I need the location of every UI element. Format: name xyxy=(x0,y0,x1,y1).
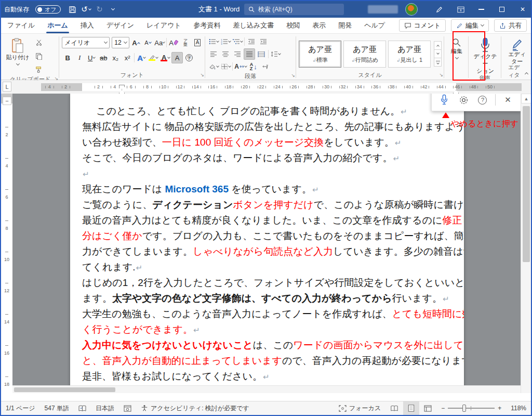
style-no-spacing[interactable]: あア亜 ↲行間詰め xyxy=(343,41,386,68)
web-layout-button[interactable] xyxy=(419,401,436,415)
doc-line[interactable]: 無料広告サイトに 物品の格安販売の広告を出したところ、先の記事にもありますように… xyxy=(82,119,456,135)
underline-button[interactable]: U xyxy=(86,52,97,63)
subscript-button[interactable]: x₂ xyxy=(110,52,121,63)
character-shading-button[interactable]: A xyxy=(171,52,183,63)
focus-mode-button[interactable]: フォーカス xyxy=(334,401,385,415)
zoom-slider-thumb[interactable] xyxy=(462,405,466,412)
tab-9[interactable]: 開発 xyxy=(332,18,358,33)
editing-mode-button[interactable]: 編集 xyxy=(451,19,489,32)
doc-line[interactable]: 現在このワードは Microsoft 365 を使っています。↵ xyxy=(82,181,456,197)
strikethrough-button[interactable]: ab xyxy=(98,52,109,63)
print-layout-button[interactable] xyxy=(403,401,419,415)
read-mode-button[interactable] xyxy=(385,401,403,415)
borders-button[interactable] xyxy=(220,61,231,72)
tab-0[interactable]: ファイル xyxy=(1,18,41,33)
tab-6[interactable]: 差し込み文書 xyxy=(227,18,281,33)
macro-recording-button[interactable] xyxy=(119,401,136,415)
doc-line[interactable]: と、音声入力が自動的に止まってしまいますので、音声入力の再起動が必要になります。… xyxy=(82,353,456,369)
tab-8[interactable]: 表示 xyxy=(306,18,332,33)
dictation-mic-button[interactable] xyxy=(437,94,451,107)
zoom-slider[interactable] xyxy=(448,408,495,409)
style-gallery-down-button[interactable] xyxy=(434,49,442,58)
ruler-minus-box[interactable]: − xyxy=(3,97,11,105)
horizontal-scroll-thumb[interactable] xyxy=(14,387,115,392)
word-count[interactable]: 547 単語 xyxy=(40,401,74,415)
autosave-toggle[interactable]: オフ xyxy=(35,5,61,14)
font-size-combo[interactable]: 12 xyxy=(112,37,129,48)
shading-button[interactable] xyxy=(208,61,219,72)
doc-line[interactable]: く行うことができます。↵ xyxy=(82,322,456,337)
tab-selector[interactable]: L xyxy=(3,82,11,92)
decrease-indent-button[interactable] xyxy=(246,36,257,47)
bullet-list-button[interactable] xyxy=(208,36,219,47)
superscript-button[interactable]: x² xyxy=(122,52,133,63)
doc-line[interactable]: 是非、皆様もお試しになってください。↵ xyxy=(82,369,456,384)
editing-menu-button[interactable]: 編集 xyxy=(447,36,467,59)
editor-button[interactable]: エディ ター xyxy=(504,36,530,66)
comments-button[interactable]: コメント xyxy=(399,19,446,32)
proofing-status[interactable] xyxy=(74,401,91,415)
text-effects-button[interactable]: A xyxy=(136,52,147,63)
line-spacing-button[interactable] xyxy=(270,48,281,60)
asian-layout-button[interactable]: A xyxy=(234,61,247,72)
dictation-settings-button[interactable] xyxy=(457,94,470,107)
vertical-scroll-thumb[interactable] xyxy=(523,106,530,262)
horizontal-ruler[interactable]: L 42246810121416182022242628303234363840… xyxy=(1,80,531,94)
doc-line[interactable]: てくれます.↵ xyxy=(82,259,456,275)
text-highlight-button[interactable] xyxy=(148,52,159,63)
vertical-scrollbar[interactable]: ▲ xyxy=(521,94,531,393)
zoom-level[interactable]: 118% xyxy=(506,401,531,415)
tab-2[interactable]: 挿入 xyxy=(74,18,100,33)
doc-line[interactable]: ↵ xyxy=(82,166,456,181)
ink-pen-button[interactable] xyxy=(431,1,447,18)
tab-10[interactable]: ヘルプ xyxy=(358,18,391,33)
change-case-button[interactable]: Aa xyxy=(154,37,165,48)
tab-4[interactable]: レイアウト xyxy=(140,18,188,33)
doc-line[interactable]: 入力中に気をつけないといけないことは、このワードの画面からマウスを外に出してしま… xyxy=(82,337,456,353)
multilevel-list-button[interactable] xyxy=(232,36,243,47)
undo-button[interactable]: ↺ xyxy=(79,4,93,15)
styles-dialog-launcher[interactable]: ↘ xyxy=(440,73,444,77)
clear-formatting-button[interactable]: A xyxy=(168,37,179,48)
increase-indent-button[interactable] xyxy=(258,36,269,47)
font-name-combo[interactable]: メイリオ xyxy=(62,37,110,48)
minimize-button[interactable] xyxy=(472,1,490,18)
user-avatar[interactable] xyxy=(405,3,418,16)
doc-line[interactable]: 大学生の勉強も、このような音声入力によってノートを作成すれば、とても短時間に効率… xyxy=(82,306,456,322)
tab-1[interactable]: ホーム xyxy=(41,18,74,33)
search-input[interactable]: 検索 (Alt+Q) xyxy=(244,4,344,15)
align-center-button[interactable] xyxy=(220,48,231,60)
zoom-in-button[interactable]: + xyxy=(497,401,506,415)
doc-line[interactable]: このところ、とても忙しく ブログの記事を書く時間がありません。↵ xyxy=(82,103,456,119)
tab-7[interactable]: 校閲 xyxy=(280,18,306,33)
page-indicator[interactable]: 1/1 ページ xyxy=(1,401,40,415)
style-normal[interactable]: あア亜 ↲標準 xyxy=(299,41,341,68)
doc-line[interactable]: そこで、今日のブログのネタは、ワードによる音声入力の紹介です。↵ xyxy=(82,150,456,166)
doc-line[interactable]: 力ができてしまいます。しゃべりながら句読点など入力していきます。多少の雑音は無視… xyxy=(82,244,456,259)
vertical-ruler[interactable]: 24681012141618 xyxy=(1,94,12,393)
italic-button[interactable]: I xyxy=(74,52,85,63)
enclose-characters-button[interactable]: 字 xyxy=(183,52,195,63)
align-left-button[interactable] xyxy=(208,48,219,60)
format-painter-button[interactable] xyxy=(33,64,45,75)
font-color-button[interactable]: A xyxy=(159,52,171,63)
horizontal-scrollbar[interactable] xyxy=(12,385,521,393)
dictation-help-button[interactable]: ? xyxy=(476,94,489,107)
doc-line[interactable]: い合わせ殺到で、一日に 100 回近くのメッセージ交換をしています。↵ xyxy=(82,135,456,150)
font-dialog-launcher[interactable]: ↘ xyxy=(201,73,205,77)
character-border-button[interactable]: A xyxy=(192,37,203,48)
share-button[interactable]: 共有 xyxy=(494,19,527,32)
sort-button[interactable]: AZ↓ xyxy=(248,61,259,72)
align-right-button[interactable] xyxy=(232,48,243,60)
tab-3[interactable]: デザイン xyxy=(100,18,140,33)
scroll-up-button[interactable]: ▲ xyxy=(521,94,531,103)
collapse-ribbon-button[interactable] xyxy=(525,68,528,77)
style-gallery-more-button[interactable] xyxy=(434,58,442,67)
maximize-button[interactable] xyxy=(493,1,511,18)
ribbon-display-options-button[interactable] xyxy=(452,1,470,18)
accessibility-status[interactable]: アクセシビリティ: 検討が必要です xyxy=(136,401,254,415)
show-marks-button[interactable] xyxy=(260,61,271,72)
doc-line[interactable]: ご覧のように、ディクテーションボタンを押すだけで、このような原稿が瞬時に書けます… xyxy=(82,197,456,213)
phonetic-guide-button[interactable]: ア亜 xyxy=(180,37,191,48)
distribute-button[interactable] xyxy=(256,48,267,60)
